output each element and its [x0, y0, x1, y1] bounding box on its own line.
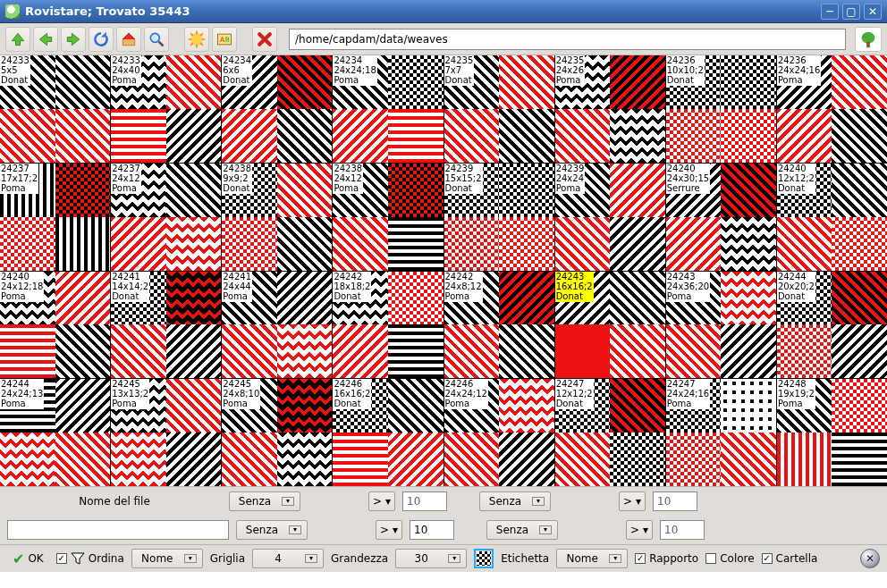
- minimize-button[interactable]: ─: [821, 4, 839, 20]
- thumbnail-cell[interactable]: 24233 5x5 Donat: [0, 55, 110, 163]
- delete-button[interactable]: [252, 27, 277, 52]
- filter-combo-2a[interactable]: Senza▾: [236, 520, 308, 540]
- filter-row-2: Senza▾ > ▾ Senza▾ > ▾: [0, 516, 887, 544]
- filter-num-2b[interactable]: [660, 520, 705, 540]
- thumbnail-label: 24245 13x13;2 Poma: [111, 379, 149, 409]
- thumbnail-cell[interactable]: 24240 24x30;15 Serrure: [666, 164, 776, 271]
- thumbnail-label: 24247 12x12;2 Donat: [555, 379, 594, 409]
- maximize-button[interactable]: ▢: [842, 4, 860, 20]
- thumbnail-cell[interactable]: 24241 24x44 Poma: [222, 272, 332, 379]
- filter-op-2a[interactable]: > ▾: [376, 520, 402, 540]
- thumbnail-grid[interactable]: 24233 5x5 Donat24233 24x40 Poma24234 6x6…: [0, 55, 887, 486]
- thumbnail-cell[interactable]: 24234 6x6 Donat: [222, 55, 332, 163]
- thumbnail-cell[interactable]: 24234 24x24;18 Poma: [333, 55, 443, 163]
- thumbnail-label: 24240 12x12;2 Donat: [777, 164, 815, 194]
- thumbnail-cell[interactable]: 24238 9x9;2 Donat: [222, 164, 332, 271]
- thumbnail-cell[interactable]: 24242 24x8;12 Poma: [444, 272, 554, 379]
- thumbnail-cell[interactable]: 24233 24x40 Poma: [111, 55, 221, 163]
- thumbnail-cell[interactable]: 24243 24x36;20 Poma: [666, 272, 776, 379]
- thumbnail-label: 24241 14x14;2 Donat: [111, 272, 149, 302]
- thumbnail-cell[interactable]: 24244 20x20;2 Donat: [777, 272, 887, 379]
- filter-num-1a[interactable]: [402, 491, 447, 511]
- thumbnail-label: 24237 24x12 Poma: [111, 164, 141, 194]
- path-input[interactable]: [289, 29, 846, 50]
- filter-op-1b[interactable]: > ▾: [619, 491, 646, 511]
- thumbnail-cell[interactable]: 24239 24x24 Poma: [555, 164, 665, 271]
- svg-point-5: [862, 31, 875, 43]
- reload-button[interactable]: [89, 27, 114, 52]
- thumbnail-label: 24237 17x17;2 Poma: [0, 164, 38, 194]
- thumbnail-label: 24238 9x9;2 Donat: [222, 164, 252, 194]
- thumbnail-cell[interactable]: 24245 13x13;2 Poma: [111, 379, 221, 486]
- home-button[interactable]: [116, 27, 141, 52]
- thumbnail-cell[interactable]: 24238 24x12 Poma: [333, 164, 443, 271]
- thumbnail-label: 24246 24x24;12 Poma: [444, 379, 488, 409]
- thumbnail-cell[interactable]: 24240 12x12;2 Donat: [777, 164, 887, 271]
- thumbnail-label: 24235 24x26 Poma: [555, 55, 586, 86]
- thumbnail-cell[interactable]: 24236 10x10;2 Donat: [666, 55, 776, 163]
- thumbnail-cell[interactable]: 24241 14x14;2 Donat: [111, 272, 221, 379]
- etichetta-label: Etichetta: [501, 552, 549, 565]
- thumbnail-cell[interactable]: 24247 12x12;2 Donat: [555, 379, 665, 486]
- ordina-combo[interactable]: Nome▾: [131, 549, 203, 568]
- thumbnail-cell[interactable]: 24248 19x19;2 Poma: [777, 379, 887, 486]
- rapporto-checkbox[interactable]: ✓Rapporto: [635, 552, 698, 565]
- footer-row: ✔ OK ✓ Ordina Nome▾ Griglia 4▾ Grandezza…: [0, 545, 887, 572]
- filter-panel: Nome del file Senza▾ > ▾ Senza▾ > ▾ Senz…: [0, 486, 887, 544]
- thumbnail-cell[interactable]: 24237 17x17;2 Poma: [0, 164, 110, 271]
- filter-num-1b[interactable]: [653, 491, 697, 511]
- thumbnail-cell[interactable]: 24239 15x15;2 Donat: [444, 164, 554, 271]
- griglia-label: Griglia: [210, 552, 245, 565]
- thumbnail-cell[interactable]: 24236 24x24;16 Poma: [777, 55, 887, 163]
- etichetta-combo[interactable]: Nome▾: [556, 549, 628, 568]
- thumbnail-cell[interactable]: 24237 24x12 Poma: [111, 164, 221, 271]
- thumbnail-label: 24243 24x36;20 Poma: [666, 272, 710, 302]
- filter-num-2a[interactable]: [410, 520, 454, 540]
- thumbnail-cell[interactable]: 24235 24x26 Poma: [555, 55, 665, 163]
- panel-close-button[interactable]: ✕: [860, 549, 880, 568]
- thumbnail-cell[interactable]: 24245 24x8;10 Poma: [222, 379, 332, 486]
- thumbnail-label: 24236 10x10;2 Donat: [666, 55, 705, 86]
- ordina-checkbox[interactable]: ✓ Ordina: [56, 551, 124, 566]
- grandezza-label: Grandezza: [331, 552, 388, 565]
- colore-checkbox[interactable]: Colore: [705, 552, 754, 565]
- thumbnail-label: 24234 6x6 Donat: [222, 55, 252, 86]
- footer-panel: ✔ OK ✓ Ordina Nome▾ Griglia 4▾ Grandezza…: [0, 544, 887, 572]
- thumbnail-cell[interactable]: 24247 24x24;16 Poma: [666, 379, 776, 486]
- thumbnail-label: 24244 24x24;13 Poma: [0, 379, 44, 409]
- search-button[interactable]: [144, 27, 169, 52]
- filter-combo-1b[interactable]: Senza▾: [479, 491, 551, 511]
- thumbnail-label: 24233 5x5 Donat: [0, 55, 30, 86]
- thumbnail-label: 24244 20x20;2 Donat: [777, 272, 815, 302]
- thumbnail-cell[interactable]: 24244 24x24;13 Poma: [0, 379, 110, 486]
- thumbnail-cell[interactable]: 24242 18x18;2 Donat: [333, 272, 443, 379]
- grandezza-combo[interactable]: 30▾: [395, 549, 467, 568]
- filter-combo-2b[interactable]: Senza▾: [486, 520, 558, 540]
- center-icon[interactable]: [474, 549, 494, 568]
- thumbnail-label: 24234 24x24;18 Poma: [333, 55, 376, 86]
- thumbnail-cell[interactable]: 24235 7x7 Donat: [444, 55, 554, 163]
- tree-button[interactable]: [855, 27, 882, 52]
- thumbnail-cell[interactable]: 24246 16x16;2 Donat: [333, 379, 443, 486]
- thumbnail-label: 24240 24x30;15 Serrure: [666, 164, 710, 194]
- checkmark-icon: ✔: [13, 550, 24, 567]
- close-button[interactable]: ✕: [864, 4, 882, 20]
- app-icon: [5, 4, 20, 19]
- new-button[interactable]: [184, 27, 209, 52]
- thumbnail-cell[interactable]: 24240 24x12;18 Poma: [0, 272, 110, 379]
- griglia-combo[interactable]: 4▾: [252, 549, 324, 568]
- cartella-checkbox[interactable]: ✓Cartella: [762, 552, 818, 565]
- forward-button[interactable]: [61, 27, 86, 52]
- filter-op-1a[interactable]: > ▾: [368, 491, 395, 511]
- filter-op-2b[interactable]: > ▾: [626, 520, 653, 540]
- filename-input[interactable]: [7, 520, 229, 540]
- back-button[interactable]: [33, 27, 58, 52]
- filter-combo-1a[interactable]: Senza▾: [229, 491, 300, 511]
- up-button[interactable]: [5, 27, 30, 52]
- ok-button[interactable]: ✔ OK: [7, 549, 49, 568]
- thumbnail-cell[interactable]: 24246 24x24;12 Poma: [444, 379, 554, 486]
- palette-button[interactable]: AB: [212, 27, 237, 52]
- thumbnail-cell[interactable]: 24243 16x16;2 Donat: [555, 272, 665, 379]
- thumbnail-label: 24233 24x40 Poma: [111, 55, 141, 86]
- thumbnail-label: 24240 24x12;18 Poma: [0, 272, 44, 302]
